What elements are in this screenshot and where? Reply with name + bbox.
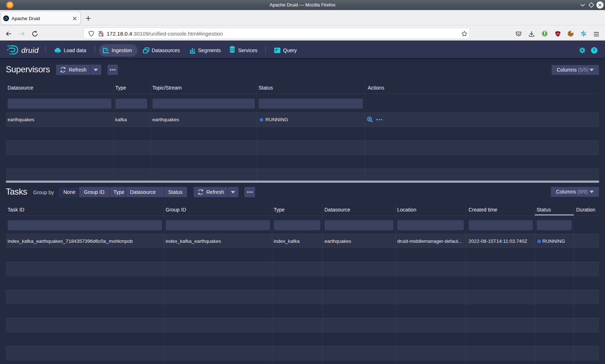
svg-text:uO: uO [556, 32, 560, 35]
svg-text:?: ? [593, 48, 595, 53]
